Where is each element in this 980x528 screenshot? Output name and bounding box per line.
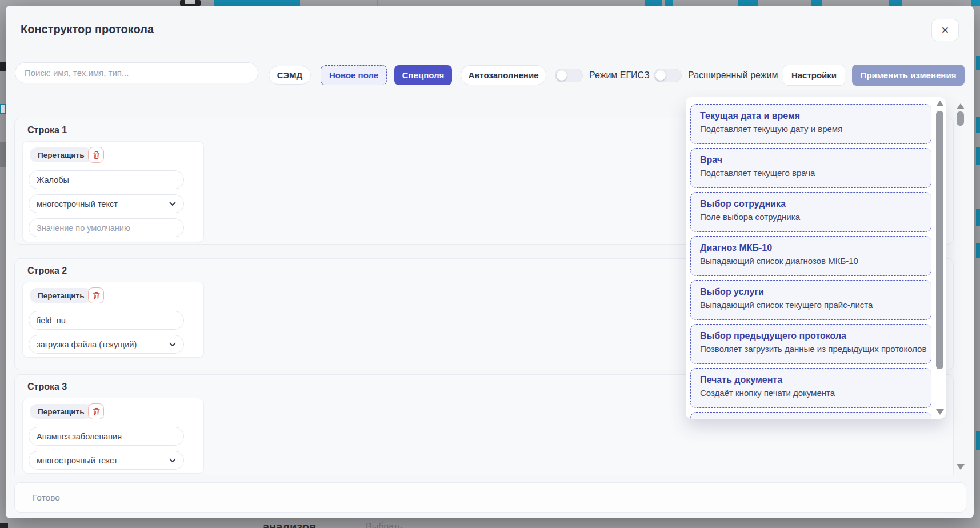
background-icon-fragment (976, 117, 980, 133)
background-icon-fragment (665, 0, 673, 6)
spec-fields-button[interactable]: Спецполя (394, 65, 452, 85)
advanced-toggle-label: Расширенный режим (688, 70, 778, 81)
spec-item-description: Выпадающий список текущего прайс-листа (700, 300, 922, 310)
field-name-input[interactable] (29, 427, 184, 446)
field-type-select[interactable]: многострочный текст (29, 451, 184, 470)
default-value-input[interactable] (29, 218, 184, 237)
background-analyses-text: анализов (263, 521, 316, 528)
header-divider (6, 55, 974, 55)
modal-scroll-up-icon[interactable] (957, 103, 965, 109)
settings-button[interactable]: Настройки (783, 65, 845, 86)
background-block-fragment (0, 142, 6, 167)
panel-scrollbar-thumb[interactable] (936, 111, 943, 369)
background-separator (549, 0, 549, 6)
close-button[interactable]: × (931, 19, 959, 41)
delete-field-button[interactable] (88, 287, 104, 303)
footer-status-bar: Готово (14, 482, 966, 513)
field-type-value: многострочный текст (37, 456, 118, 465)
background-icon-fragment (976, 431, 980, 450)
modal-scrollbar-thumb[interactable] (957, 111, 964, 126)
trash-icon (93, 407, 100, 416)
spec-item-description: Создаёт кнопку печати документа (700, 388, 922, 398)
spec-item-title: Выбор сотрудника (700, 199, 922, 209)
drag-handle-button[interactable]: Перетащить (30, 404, 93, 419)
spec-item-title: Печать документа (700, 375, 922, 385)
chevron-down-icon (169, 202, 176, 206)
background-text-fragment (0, 62, 6, 71)
modal-scroll-down-icon[interactable] (957, 464, 965, 470)
background-icon-fragment (971, 0, 980, 6)
drag-handle-button[interactable]: Перетащить (30, 147, 93, 162)
advanced-toggle-knob (655, 70, 666, 81)
field-type-select[interactable]: загрузка файла (текущий) (29, 335, 184, 354)
egisz-toggle-label: Режим ЕГИСЗ (589, 70, 650, 81)
autofill-button[interactable]: Автозаполнение (461, 65, 546, 85)
background-icon-fragment (976, 56, 980, 70)
background-icon-fragment (976, 209, 980, 226)
background-block-fragment (0, 523, 8, 528)
field-name-input[interactable] (29, 311, 184, 330)
spec-item-description: Выпадающий список диагнозов МКБ-10 (700, 256, 922, 266)
spec-field-item-service-select[interactable]: Выбор услуги Выпадающий список текущего … (690, 280, 931, 320)
spec-item-description: Поле выбора сотрудника (700, 212, 922, 222)
background-active-tab (214, 0, 300, 6)
background-icon-fragment (976, 147, 980, 165)
spec-field-item-doctor[interactable]: Врач Подставляет текущего врача (690, 148, 931, 188)
background-separator (377, 0, 378, 6)
spec-item-title: Врач (700, 155, 922, 165)
panel-scroll-down-icon[interactable] (936, 409, 944, 415)
close-icon: × (942, 24, 949, 37)
trash-icon (93, 291, 100, 300)
field-type-value: загрузка файла (текущий) (37, 340, 137, 349)
background-separator (353, 520, 353, 528)
spec-item-title: Выбор предыдущего протокола (700, 331, 922, 341)
egisz-toggle-knob (557, 70, 567, 81)
chevron-down-icon (169, 342, 176, 347)
field-type-value: многострочный текст (37, 199, 118, 209)
spec-field-item-print-document[interactable]: Печать документа Создаёт кнопку печати д… (690, 368, 931, 408)
row-1-label: Строка 1 (27, 125, 67, 135)
spec-field-item-previous-protocol[interactable]: Выбор предыдущего протокола Позволяет за… (690, 324, 931, 364)
spec-item-title: Выбор услуги (700, 287, 922, 297)
advanced-toggle[interactable] (654, 69, 682, 82)
apply-changes-button[interactable]: Применить изменения (852, 65, 965, 86)
row-1-field-card: Перетащить многострочный текст (22, 141, 204, 242)
spec-field-item-current-datetime[interactable]: Текущая дата и время Подставляет текущую… (690, 104, 931, 144)
spec-fields-panel: Текущая дата и время Подставляет текущую… (686, 97, 946, 419)
field-type-select[interactable]: многострочный текст (29, 194, 184, 213)
row-2-field-card: Перетащить загрузка файла (текущий) (22, 282, 204, 358)
background-icon-fragment (0, 104, 6, 114)
semd-button[interactable]: СЭМД (269, 66, 311, 85)
spec-field-item-partial[interactable] (690, 412, 931, 419)
status-text: Готово (33, 493, 60, 503)
spec-item-title: Диагноз МКБ-10 (700, 243, 922, 253)
delete-field-button[interactable] (88, 147, 104, 163)
background-tab-icon-inner (185, 0, 195, 4)
spec-item-description: Подставляет текущего врача (700, 168, 922, 178)
row-3-field-card: Перетащить многострочный текст (22, 398, 204, 474)
background-icon-fragment (645, 0, 662, 6)
spec-field-item-employee-select[interactable]: Выбор сотрудника Поле выбора сотрудника (690, 192, 931, 232)
spec-item-title: Текущая дата и время (700, 111, 922, 121)
drag-handle-button[interactable]: Перетащить (30, 288, 93, 303)
background-icon-fragment (976, 243, 980, 258)
spec-item-description: Позволяет загрузить данные из предыдущих… (700, 344, 922, 354)
delete-field-button[interactable] (88, 403, 104, 419)
row-2-label: Строка 2 (27, 266, 67, 276)
search-input[interactable] (15, 62, 258, 83)
background-choose-text: Выбрать (366, 522, 402, 528)
new-field-button[interactable]: Новое поле (321, 65, 387, 85)
egisz-toggle[interactable] (555, 69, 583, 82)
spec-item-description: Подставляет текущую дату и время (700, 124, 922, 134)
spec-field-item-icd10-diagnosis[interactable]: Диагноз МКБ-10 Выпадающий список диагноз… (690, 236, 931, 276)
row-3-label: Строка 3 (27, 382, 67, 392)
protocol-constructor-modal: Конструктор протокола × СЭМД Новое поле … (6, 6, 974, 518)
panel-scroll-up-icon[interactable] (936, 101, 944, 106)
background-icon-fragment (738, 0, 758, 6)
field-name-input[interactable] (29, 170, 184, 189)
background-icon-fragment (811, 0, 822, 6)
chevron-down-icon (169, 458, 176, 463)
trash-icon (93, 151, 100, 159)
modal-title: Конструктор протокола (21, 23, 154, 36)
background-icon-fragment (889, 0, 902, 6)
